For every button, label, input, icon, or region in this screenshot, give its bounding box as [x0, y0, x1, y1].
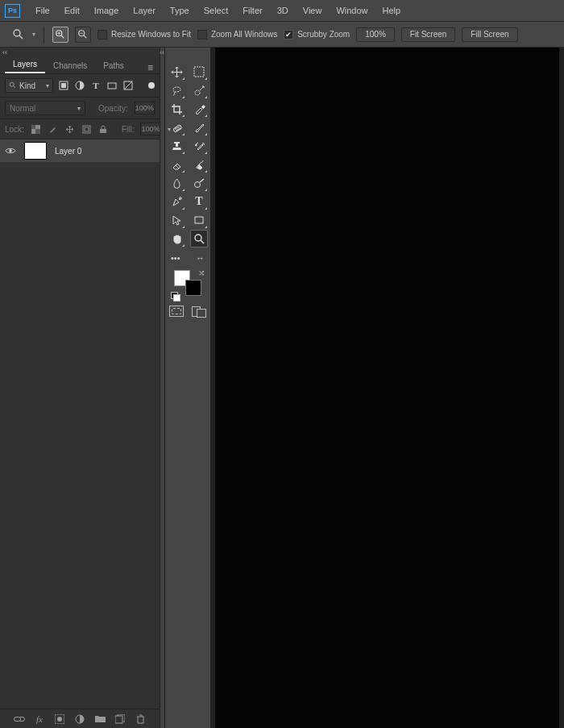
filter-toggle[interactable] — [148, 82, 155, 89]
tab-layers[interactable]: Layers — [5, 56, 45, 73]
menu-image[interactable]: Image — [87, 0, 126, 22]
menu-view[interactable]: View — [296, 0, 330, 22]
opacity-label: Opacity: — [98, 104, 128, 113]
svg-point-34 — [194, 181, 200, 187]
layer-name[interactable]: Layer 0 — [55, 147, 81, 156]
layer-item[interactable]: Layer 0 — [0, 139, 160, 162]
blend-mode-dropdown[interactable]: Normal▾ — [5, 101, 85, 115]
filter-shape-icon[interactable] — [106, 80, 118, 91]
menu-layer[interactable]: Layer — [126, 0, 163, 22]
crop-tool[interactable] — [168, 100, 185, 118]
move-tool[interactable] — [168, 63, 185, 81]
link-layers-icon[interactable] — [14, 713, 25, 725]
lock-pixels-icon[interactable] — [48, 124, 58, 135]
tab-channels[interactable]: Channels — [45, 58, 95, 73]
tool-preset-dropdown[interactable]: ▾ — [32, 31, 35, 38]
background-color[interactable] — [185, 280, 201, 296]
menu-3d[interactable]: 3D — [270, 0, 296, 22]
lock-transparent-icon[interactable] — [31, 124, 41, 135]
filter-kind-dropdown[interactable]: Kind ▾ — [5, 78, 53, 93]
menu-window[interactable]: Window — [329, 0, 375, 22]
tools-tab-handle[interactable] — [165, 50, 210, 61]
fill-screen-button[interactable]: Fill Screen — [462, 27, 517, 42]
lock-position-icon[interactable] — [64, 124, 75, 135]
lock-artboard-icon[interactable] — [81, 124, 92, 135]
quick-mask-icon[interactable] — [169, 306, 184, 317]
hand-tool[interactable] — [168, 230, 185, 248]
lock-row: Lock: Fill: 100% ▾ — [0, 119, 160, 139]
menu-help[interactable]: Help — [375, 0, 408, 22]
svg-rect-27 — [194, 67, 204, 77]
marquee-tool[interactable] — [190, 63, 208, 81]
pen-tool[interactable] — [168, 193, 185, 210]
canvas-area — [210, 48, 564, 728]
quick-select-tool[interactable] — [190, 81, 208, 99]
zoom-all-checkbox[interactable]: Zoom All Windows — [197, 30, 277, 40]
fit-screen-button[interactable]: Fit Screen — [401, 27, 456, 42]
zoom-tool[interactable] — [190, 230, 208, 248]
zoom-out-button[interactable] — [75, 27, 91, 43]
svg-rect-14 — [108, 83, 116, 89]
blur-tool[interactable] — [168, 174, 185, 192]
mask-mode-row — [169, 306, 206, 317]
opacity-field[interactable]: 100% — [135, 102, 155, 114]
group-icon[interactable] — [94, 713, 106, 725]
spot-heal-tool[interactable] — [168, 119, 185, 136]
new-layer-icon[interactable] — [114, 713, 126, 725]
menu-select[interactable]: Select — [197, 0, 236, 22]
layer-list[interactable]: Layer 0 — [0, 139, 160, 709]
lasso-tool[interactable] — [168, 81, 185, 99]
panel-collapse-handle[interactable]: ‹‹ — [0, 48, 160, 56]
zoom-in-button[interactable] — [52, 27, 68, 43]
filter-adjust-icon[interactable] — [74, 80, 85, 91]
svg-line-10 — [14, 86, 16, 89]
svg-rect-18 — [35, 129, 40, 134]
layer-fx-icon[interactable]: fx — [34, 713, 45, 725]
collapse-icon[interactable]: ‹‹ — [160, 48, 164, 56]
brush-tool[interactable] — [190, 119, 208, 136]
zoom-100-button[interactable]: 100% — [356, 27, 395, 42]
path-select-tool[interactable] — [168, 211, 185, 229]
resize-windows-label: Resize Windows to Fit — [111, 30, 191, 39]
trash-icon[interactable] — [135, 713, 146, 725]
type-tool[interactable]: T — [190, 193, 208, 210]
panel-resize-handle[interactable]: ‹‹ — [160, 48, 165, 728]
checkbox-checked-icon — [284, 30, 293, 40]
resize-windows-checkbox[interactable]: Resize Windows to Fit — [97, 30, 191, 40]
shape-tool[interactable] — [190, 211, 208, 229]
panel-menu-icon[interactable]: ≡ — [147, 62, 155, 73]
layer-visibility-icon[interactable] — [5, 145, 16, 156]
default-colors-icon[interactable] — [171, 292, 180, 301]
eyedropper-tool[interactable] — [190, 100, 208, 118]
lock-all-icon[interactable] — [98, 124, 109, 135]
tool-preset-icon[interactable] — [11, 27, 26, 42]
layer-mask-icon[interactable] — [54, 713, 65, 725]
eraser-tool[interactable] — [168, 156, 185, 173]
adjustment-layer-icon[interactable] — [74, 713, 85, 725]
layer-thumbnail[interactable] — [24, 142, 47, 160]
scrubby-zoom-checkbox[interactable]: Scrubby Zoom — [284, 30, 350, 40]
toggle-toolbar-icon[interactable]: ↔ — [196, 253, 205, 263]
menu-type[interactable]: Type — [163, 0, 197, 22]
layer-filter-row: Kind ▾ T — [0, 74, 160, 98]
fill-field[interactable]: 100% — [140, 123, 160, 135]
edit-toolbar-icon[interactable]: ••• — [171, 253, 180, 263]
history-brush-tool[interactable] — [190, 137, 208, 155]
filter-pixel-icon[interactable] — [58, 80, 69, 91]
filter-type-icon[interactable]: T — [90, 80, 102, 91]
menu-edit[interactable]: Edit — [57, 0, 87, 22]
swap-colors-icon[interactable]: ⤭ — [198, 268, 205, 277]
document-canvas[interactable] — [215, 48, 559, 728]
tab-paths[interactable]: Paths — [95, 58, 132, 73]
menu-file[interactable]: File — [28, 0, 57, 22]
separator — [44, 27, 44, 43]
clone-stamp-tool[interactable] — [168, 137, 185, 155]
app-logo[interactable]: Ps — [5, 4, 20, 18]
screen-mode-icon[interactable] — [192, 306, 206, 317]
svg-point-39 — [195, 235, 201, 241]
options-bar: ▾ Resize Windows to Fit Zoom All Windows… — [0, 22, 564, 48]
filter-smart-icon[interactable] — [122, 80, 134, 91]
gradient-tool[interactable] — [190, 156, 208, 173]
dodge-tool[interactable] — [190, 174, 208, 192]
menu-filter[interactable]: Filter — [235, 0, 269, 22]
